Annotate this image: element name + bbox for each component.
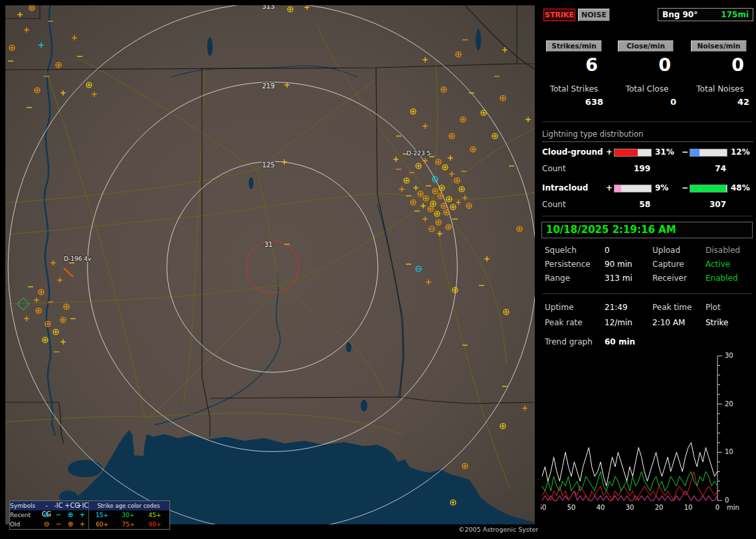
- upload-value: Disabled: [706, 246, 740, 255]
- strike-button[interactable]: STRIKE: [543, 9, 575, 21]
- datetime-display: 10/18/2025 2:19:16 AM: [541, 222, 753, 238]
- nexstorm-window: { "app": { "copyright": "©2005 Astrogeni…: [0, 0, 756, 539]
- plot-value: Strike: [706, 318, 729, 327]
- map-canvas: 31321912531D-223 5-D-196 4v: [5, 5, 535, 524]
- ic-positive-count: 58: [614, 200, 650, 209]
- x-unit-label: min: [727, 504, 739, 511]
- cg-positive-bar: [614, 149, 652, 157]
- lake: [361, 400, 367, 412]
- age-code: 90+: [142, 520, 168, 529]
- y-tick-label: 10: [725, 448, 733, 455]
- strike-legend: Symbols -CG -IC +CG +IC Strike age color…: [9, 501, 170, 530]
- y-tick-label: 30: [725, 352, 733, 359]
- datetime-text: 10/18/2025 2:19:16 AM: [546, 224, 676, 236]
- plus-icon: +: [76, 510, 88, 520]
- legend-old-label: Old: [10, 520, 41, 529]
- cg-negative-bar: [690, 149, 727, 157]
- peak-rate-label: Peak rate: [545, 318, 583, 327]
- ic-negative-count: 307: [690, 200, 726, 209]
- minus-icon: −: [52, 510, 64, 520]
- circle-minus-icon: ⊖: [41, 510, 52, 520]
- x-tick-label: 10: [684, 504, 693, 511]
- uptime-value: 21:49: [605, 303, 628, 312]
- count-label: Count: [542, 200, 566, 209]
- uptime-label: Uptime: [545, 303, 574, 312]
- total-noises-value: 42: [686, 97, 749, 107]
- ic-positive-bar: [614, 185, 652, 193]
- peak-time-label: Peak time: [652, 303, 692, 312]
- storm-cell-label: D-196 4v: [64, 256, 92, 262]
- range-label: Range: [545, 273, 570, 283]
- close-per-min-value: 0: [613, 54, 671, 75]
- storm-cell-label: D-223 5-: [407, 150, 432, 157]
- lake: [476, 29, 481, 50]
- cg-negative-count: 74: [690, 164, 726, 173]
- circle-plus-icon: ⊕: [64, 510, 76, 520]
- control-panel: STRIKE NOISE Bng 90° 175mi Strikes/min C…: [538, 0, 756, 539]
- noise-button[interactable]: NOISE: [578, 9, 610, 21]
- circle-minus-icon: ⊖: [41, 520, 52, 529]
- plus-icon: +: [76, 520, 88, 529]
- close-per-min-chip[interactable]: Close/min: [618, 40, 674, 52]
- total-strikes-value: 638: [539, 97, 603, 107]
- lake: [207, 37, 213, 56]
- plus-sign: +: [606, 183, 613, 193]
- cg-negative-pct: 12%: [731, 147, 750, 157]
- bearing-value: 175mi: [721, 10, 749, 19]
- y-tick-label: 0: [725, 497, 729, 504]
- age-code: 15+: [88, 510, 115, 520]
- minus-sign: −: [682, 147, 688, 157]
- lake: [249, 177, 254, 189]
- persistence-label: Persistence: [545, 260, 591, 269]
- distribution-title: Lightning type distribution: [542, 129, 753, 142]
- legend-recent-label: Recent: [10, 510, 41, 520]
- total-close-value: 0: [613, 97, 676, 107]
- receiver-value: Enabled: [706, 273, 738, 283]
- lightning-map[interactable]: 31321912531D-223 5-D-196 4v: [5, 5, 535, 524]
- age-code: 45+: [142, 510, 168, 520]
- ic-negative-bar: [690, 185, 727, 193]
- circle-plus-icon: ⊕: [64, 520, 76, 529]
- ic-negative-pct: 48%: [731, 183, 750, 193]
- lake: [68, 460, 102, 477]
- bearing-label: Bng 90°: [662, 10, 698, 19]
- minus-sign: −: [682, 183, 688, 193]
- age-code: 30+: [115, 510, 142, 520]
- capture-label: Capture: [652, 260, 684, 269]
- range-ring-label: 125: [262, 161, 274, 169]
- plot-label: Plot: [706, 303, 721, 312]
- trend-series-cloud-ground: [542, 471, 717, 501]
- lake: [96, 480, 120, 493]
- x-tick-label: 40: [597, 504, 605, 511]
- peak-time-value: 2:10 AM: [652, 318, 685, 327]
- strikes-per-min-value: 6: [539, 54, 598, 75]
- cg-positive-count: 199: [614, 164, 650, 173]
- trend-graph: 01020306050403020100min: [541, 352, 751, 519]
- persistence-value: 90 min: [605, 260, 632, 269]
- x-tick-label: 50: [567, 504, 576, 511]
- total-strikes-label: Total Strikes: [539, 84, 609, 94]
- noises-per-min-chip[interactable]: Noises/min: [691, 40, 747, 52]
- plus-sign: +: [606, 147, 613, 157]
- minus-icon: −: [52, 520, 64, 529]
- upload-label: Upload: [652, 246, 680, 255]
- range-ring-label: 313: [262, 5, 274, 10]
- y-tick-label: 20: [725, 400, 733, 408]
- intracloud-label: Intracloud: [542, 183, 588, 193]
- range-ring-label: 219: [262, 82, 274, 90]
- squelch-value: 0: [605, 246, 610, 255]
- trend-graph-label: Trend graph: [545, 337, 593, 346]
- range-value: 313 mi: [605, 273, 632, 283]
- count-label: Count: [542, 164, 566, 173]
- age-code: 75+: [115, 520, 142, 529]
- x-tick-label: 0: [715, 504, 719, 511]
- squelch-label: Squelch: [545, 246, 577, 255]
- x-tick-label: 20: [655, 504, 664, 511]
- total-noises-label: Total Noises: [686, 84, 755, 94]
- strikes-per-min-chip[interactable]: Strikes/min: [546, 40, 602, 52]
- range-ring-label: 31: [264, 241, 273, 248]
- cloud-ground-label: Cloud-ground: [542, 147, 603, 157]
- copyright-text: ©2005 Astrogenic Systems: [458, 526, 545, 533]
- total-close-label: Total Close: [613, 84, 682, 94]
- x-tick-label: 30: [626, 504, 634, 511]
